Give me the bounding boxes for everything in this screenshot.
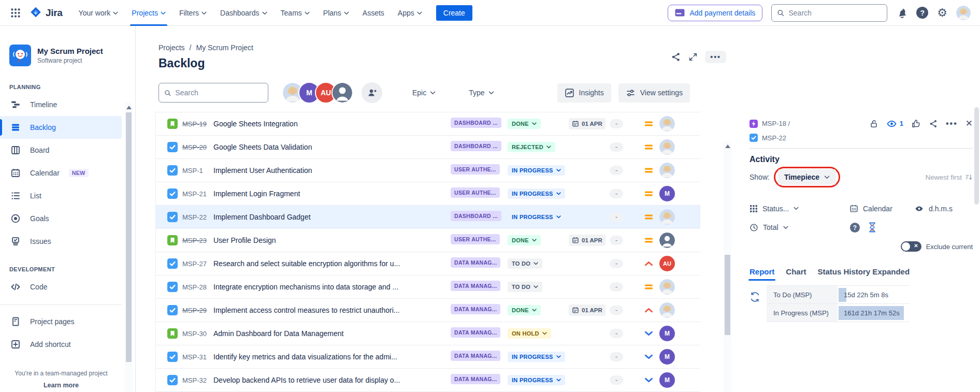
default-avatar[interactable] (332, 82, 353, 104)
priority-medium-icon[interactable] (642, 143, 655, 151)
estimate-chip[interactable]: - (610, 306, 623, 315)
status-dropdown[interactable]: IN PROGRESS (508, 165, 565, 176)
issue-key[interactable]: MSP-22 (762, 134, 786, 142)
priority-low-icon[interactable] (642, 377, 655, 383)
estimate-chip[interactable]: - (610, 212, 623, 222)
backlog-scrollbar[interactable] (724, 141, 731, 392)
priority-high-icon[interactable] (642, 260, 655, 267)
backlog-row-msp-29[interactable]: MSP-29Implement access control measures … (156, 299, 700, 322)
create-button[interactable]: Create (436, 5, 472, 21)
backlog-row-msp-23[interactable]: MSP-23User Profile DesignUSER AUTHE...DO… (156, 229, 700, 252)
share-icon[interactable] (671, 52, 681, 62)
due-date-chip[interactable]: 01 APR (569, 304, 606, 316)
project-header[interactable]: My Scrum Project Software project (0, 45, 122, 66)
epic-badge[interactable]: DASHBOARD ... (451, 118, 501, 128)
epic-badge[interactable]: DATA MANAG... (451, 327, 500, 338)
epic-badge[interactable]: DATA MANAG... (451, 281, 500, 291)
epic-filter-dropdown[interactable]: Epic (412, 89, 436, 97)
scroll-up-arrow[interactable] (126, 106, 132, 109)
photo-avatar[interactable] (659, 209, 675, 225)
backlog-row-msp-21[interactable]: MSP-21Implement Login FragmentUSER AUTHE… (156, 182, 700, 206)
avatar-au[interactable]: AU (659, 256, 675, 271)
estimate-chip[interactable]: - (610, 329, 623, 338)
user-avatar[interactable] (956, 6, 971, 20)
backlog-row-msp-20[interactable]: MSP-20Google Sheets Data ValidationDASHB… (156, 136, 700, 159)
nav-item-your-work[interactable]: Your work (73, 0, 124, 26)
estimate-chip[interactable]: - (610, 189, 623, 198)
photo-avatar[interactable] (659, 279, 675, 295)
status-dropdown[interactable]: ON HOLD (508, 328, 551, 339)
epic-badge[interactable]: USER AUTHE... (451, 164, 500, 175)
status-dropdown[interactable]: DONE (508, 305, 541, 315)
status-dropdown[interactable]: REJECTED (508, 142, 555, 152)
sidebar-item-timeline[interactable]: Timeline (0, 93, 122, 116)
avatar-m[interactable]: M (659, 349, 675, 365)
status-dropdown[interactable]: IN PROGRESS (508, 375, 565, 385)
priority-medium-icon[interactable] (642, 190, 655, 197)
total-dropdown[interactable]: Total (750, 223, 849, 232)
settings-gear-icon[interactable]: ⚙ (937, 7, 947, 19)
nav-item-assets[interactable]: Assets (357, 0, 390, 26)
more-actions-button[interactable]: ••• (705, 51, 726, 63)
avatar-m[interactable]: M (659, 326, 675, 341)
estimate-chip[interactable]: - (610, 259, 623, 268)
avatar-m[interactable]: M (659, 372, 675, 388)
sidebar-item-backlog[interactable]: Backlog (0, 116, 122, 139)
watch-eye-icon[interactable] (886, 119, 897, 128)
sidebar-item-calendar[interactable]: CalendarNEW (0, 162, 122, 184)
app-switcher-icon[interactable] (7, 5, 24, 21)
epic-badge[interactable]: DATA MANAG... (451, 374, 500, 384)
estimate-chip[interactable]: - (610, 375, 623, 385)
priority-high-icon[interactable] (642, 307, 655, 313)
due-date-chip[interactable]: 01 APR (569, 118, 606, 129)
estimate-chip[interactable]: - (610, 282, 623, 292)
time-format-button[interactable]: d.h.m.s (914, 205, 953, 213)
priority-medium-icon[interactable] (642, 167, 655, 174)
sidebar-item-issues[interactable]: Issues (0, 230, 122, 253)
sidebar-item-list[interactable]: List (0, 184, 122, 207)
backlog-row-msp-31[interactable]: MSP-31Identify key metrics and data visu… (156, 345, 700, 369)
priority-medium-icon[interactable] (642, 237, 655, 244)
sort-newest-first[interactable]: Newest first (925, 173, 973, 181)
backlog-row-msp-27[interactable]: MSP-27Research and select suitable encry… (156, 252, 700, 275)
global-search-input[interactable] (789, 9, 882, 17)
close-icon[interactable]: ✕ (965, 118, 973, 129)
estimate-chip[interactable]: - (610, 166, 623, 175)
estimate-chip[interactable]: - (610, 352, 623, 361)
due-date-chip[interactable]: 01 APR (569, 235, 606, 246)
status-dropdown[interactable]: IN PROGRESS (508, 352, 565, 362)
tab-status-history-expanded[interactable]: Status History Expanded (818, 267, 910, 281)
status-dropdown[interactable]: IN PROGRESS (508, 188, 565, 199)
thumbs-up-icon[interactable] (911, 119, 921, 128)
status-dropdown[interactable]: IN PROGRESS (508, 212, 565, 222)
backlog-row-msp-32[interactable]: MSP-32Develop backend APIs to retrieve u… (156, 369, 700, 392)
priority-medium-icon[interactable] (642, 213, 655, 221)
status-dropdown[interactable]: TO DO (508, 258, 542, 269)
photo-avatar[interactable] (659, 163, 675, 178)
tab-report[interactable]: Report (750, 267, 774, 281)
scrollbar-thumb[interactable] (725, 255, 730, 335)
estimate-chip[interactable]: - (610, 119, 623, 128)
backlog-row-msp-22[interactable]: MSP-22Implement Dashboard GadgetDASHBOAR… (156, 206, 700, 229)
sidebar-scrollbar[interactable] (125, 103, 133, 392)
jira-logo[interactable]: Jira (29, 6, 63, 20)
nav-item-dashboards[interactable]: Dashboards (214, 0, 273, 26)
refresh-icon[interactable] (750, 292, 760, 302)
exclude-current-toggle[interactable]: ✕ (901, 241, 921, 252)
more-icon[interactable]: ••• (946, 119, 958, 128)
learn-more-link[interactable]: Learn more (0, 382, 122, 389)
fullscreen-icon[interactable] (688, 52, 698, 62)
breadcrumb-project-name[interactable]: My Scrum Project (196, 43, 253, 52)
sidebar-item-project-pages[interactable]: Project pages (0, 310, 122, 333)
estimate-chip[interactable]: - (610, 236, 623, 245)
photo-avatar[interactable] (659, 139, 675, 155)
epic-badge[interactable]: DASHBOARD ... (451, 141, 501, 151)
add-people-icon[interactable] (362, 82, 382, 103)
epic-badge[interactable]: DASHBOARD ... (451, 211, 501, 221)
nav-item-projects[interactable]: Projects (126, 0, 171, 26)
epic-badge[interactable]: DATA MANAG... (451, 304, 500, 314)
sidebar-item-board[interactable]: Board (0, 139, 122, 162)
nav-item-plans[interactable]: Plans (318, 0, 355, 26)
parent-issue-link[interactable]: MSP-18 / (762, 120, 790, 127)
status-dropdown[interactable]: DONE (508, 119, 541, 129)
